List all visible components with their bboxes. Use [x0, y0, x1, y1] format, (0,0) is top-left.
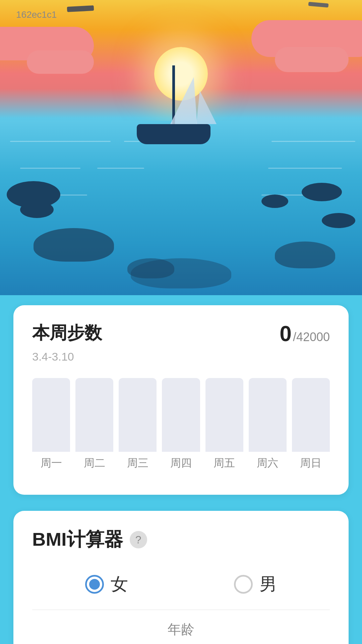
wave-line	[268, 168, 342, 169]
bar-label-saturday: 周六	[257, 456, 278, 471]
rock1	[34, 228, 114, 262]
island-right3	[322, 213, 355, 228]
age-section: 年龄	[32, 609, 330, 639]
ship-sail-front	[196, 91, 217, 124]
debug-tag: 162ec1c1	[16, 9, 57, 20]
steps-bar-chart: 周一 周二 周三 周四	[32, 377, 330, 471]
cloud-right2	[275, 47, 349, 72]
bar-label-sunday: 周日	[300, 456, 321, 471]
hero-illustration: 162ec1c1	[0, 0, 362, 295]
bar-thursday: 周四	[162, 377, 200, 471]
radio-male[interactable]	[234, 575, 253, 594]
content-area: 本周步数 0 /42000 3.4-3.10 周一 周二	[0, 295, 362, 644]
help-icon[interactable]: ?	[130, 531, 147, 548]
steps-total: /42000	[293, 330, 330, 344]
age-label: 年龄	[32, 620, 330, 639]
steps-card-header: 本周步数 0 /42000	[32, 321, 330, 346]
island-left-top	[20, 201, 54, 218]
bar-label-friday: 周五	[214, 456, 235, 471]
island-right1	[302, 183, 342, 201]
bar-saturday: 周六	[249, 377, 287, 471]
bmi-card: BMI计算器 ? 女 男 年龄	[13, 511, 349, 644]
gender-female-option[interactable]: 女	[85, 573, 128, 596]
bar-friday: 周五	[205, 377, 243, 471]
radio-female-dot	[89, 579, 100, 590]
date-range: 3.4-3.10	[32, 350, 330, 363]
airplane-icon	[67, 5, 94, 12]
ship-sail-main	[170, 77, 197, 124]
steps-current: 0	[280, 321, 292, 346]
wave-line	[97, 168, 144, 169]
cloud-left2	[27, 50, 94, 74]
bar-sunday: 周日	[292, 377, 330, 471]
bmi-header: BMI计算器 ?	[32, 527, 330, 552]
bar-label-monday: 周一	[41, 456, 62, 471]
radio-female[interactable]	[85, 575, 104, 594]
sea	[0, 121, 362, 295]
wave-line	[20, 168, 80, 169]
rock2	[275, 241, 335, 268]
bird-icon	[308, 2, 329, 7]
ship-hull	[137, 124, 210, 144]
bar-label-wednesday: 周三	[127, 456, 148, 471]
ship	[137, 111, 210, 144]
island-right2	[261, 195, 288, 208]
gender-selection: 女 男	[32, 573, 330, 596]
rock4	[131, 258, 231, 288]
bar-tuesday: 周二	[75, 377, 113, 471]
gender-male-label: 男	[259, 573, 277, 596]
bar-label-thursday: 周四	[170, 456, 192, 471]
gender-male-option[interactable]: 男	[234, 573, 277, 596]
bar-label-tuesday: 周二	[84, 456, 105, 471]
wave-line	[10, 141, 111, 142]
step-count-display: 0 /42000	[280, 321, 330, 346]
bmi-title: BMI计算器	[32, 527, 123, 552]
bar-monday: 周一	[32, 377, 70, 471]
bar-wednesday: 周三	[119, 377, 157, 471]
gender-female-label: 女	[111, 573, 128, 596]
steps-card: 本周步数 0 /42000 3.4-3.10 周一 周二	[13, 305, 349, 495]
wave-line	[272, 141, 355, 142]
steps-title: 本周步数	[32, 321, 102, 345]
